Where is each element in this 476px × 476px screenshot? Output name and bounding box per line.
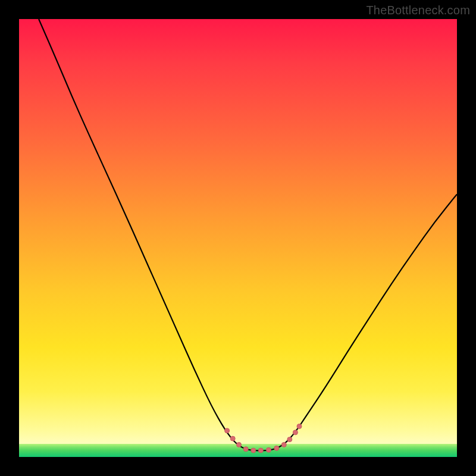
curve-marker [297,424,302,429]
bottleneck-curve-svg [19,19,457,457]
chart-frame: TheBottleneck.com [0,0,476,476]
bottleneck-curve [39,19,457,450]
watermark-text: TheBottleneck.com [366,4,470,17]
optimal-zone-band [19,444,457,457]
curve-marker [230,436,235,441]
curve-marker [225,428,230,433]
plot-area [19,19,457,457]
curve-marker [293,430,298,435]
curve-marker [287,437,292,442]
